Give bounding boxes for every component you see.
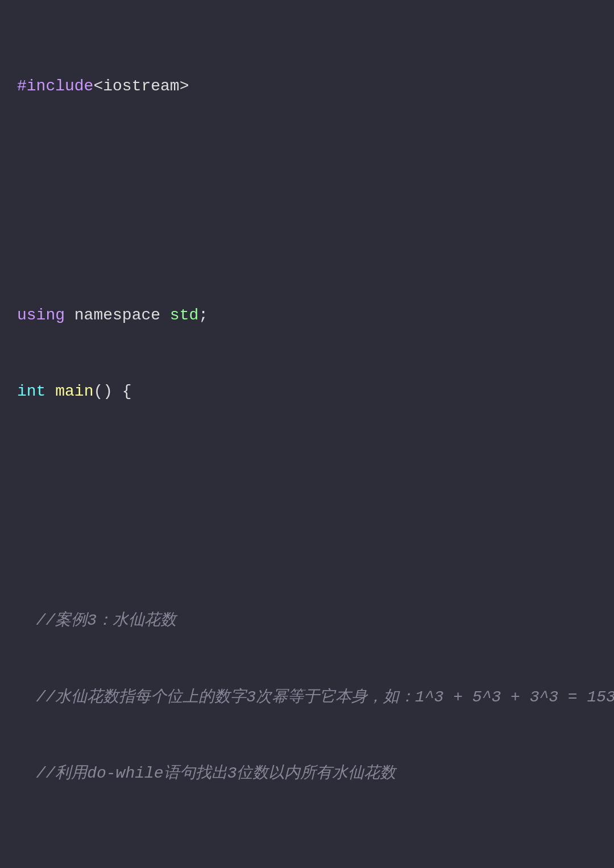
main-name: main xyxy=(55,383,93,400)
code-line-blank-2 xyxy=(17,226,597,252)
std-keyword: std xyxy=(170,306,198,324)
code-editor: #include<iostream> using namespace std; … xyxy=(17,23,597,868)
main-func xyxy=(45,383,55,400)
comment-text-2: //水仙花数指每个位上的数字3次幂等于它本身，如：1^3 + 5^3 + 3^3… xyxy=(17,688,614,706)
code-line-1: #include<iostream> xyxy=(17,74,597,99)
code-line-blank-3 xyxy=(17,456,597,481)
main-paren: () { xyxy=(93,383,131,400)
code-line-main: int main() { xyxy=(17,379,597,405)
comment-text-3: //利用do-while语句找出3位数以内所有水仙花数 xyxy=(17,765,396,782)
include-keyword: #include xyxy=(17,77,93,95)
code-line-blank-5 xyxy=(17,838,597,863)
code-comment-2: //水仙花数指每个位上的数字3次幂等于它本身，如：1^3 + 5^3 + 3^3… xyxy=(17,685,597,711)
code-line-blank-1 xyxy=(17,150,597,176)
using-namespace: namespace xyxy=(65,306,170,324)
code-line-blank-4 xyxy=(17,532,597,558)
int-keyword-main: int xyxy=(17,383,45,400)
code-line-using: using namespace std; xyxy=(17,303,597,329)
code-comment-1: //案例3：水仙花数 xyxy=(17,608,597,634)
include-lib: <iostream> xyxy=(93,77,189,95)
semicolon-1: ; xyxy=(198,306,208,324)
using-keyword: using xyxy=(17,306,65,324)
code-comment-3: //利用do-while语句找出3位数以内所有水仙花数 xyxy=(17,761,597,787)
comment-text-1: //案例3：水仙花数 xyxy=(17,612,176,629)
